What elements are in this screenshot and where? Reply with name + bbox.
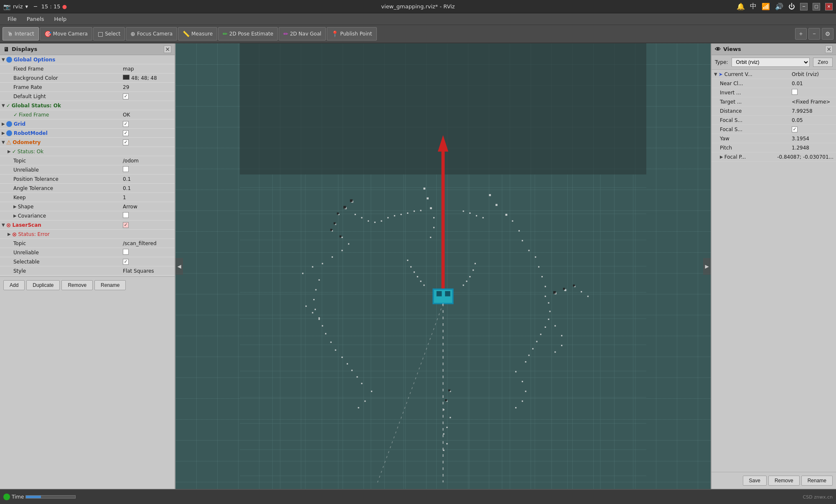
global-status-expand[interactable]: ▼ xyxy=(2,103,5,108)
odometry-expand[interactable]: ▼ xyxy=(2,140,5,144)
laserscan-status-row[interactable]: ▶ ⊗ Status: Error xyxy=(0,230,175,239)
odometry-unreliable-row[interactable]: Unreliable xyxy=(0,165,175,175)
pitch-row[interactable]: Pitch 1.2948 xyxy=(711,143,836,152)
zero-button[interactable]: Zero xyxy=(813,58,833,67)
laserscan-enabled[interactable] xyxy=(123,222,129,228)
svg-rect-113 xyxy=(322,325,323,327)
covariance-checkbox[interactable] xyxy=(123,212,129,218)
nav-goal-button[interactable]: ✏ 2D Nav Goal xyxy=(279,27,326,41)
robot-model-enabled[interactable] xyxy=(123,130,129,136)
odometry-status-expand[interactable]: ▶ xyxy=(8,149,11,154)
robot-model-expand[interactable]: ▶ xyxy=(2,131,5,135)
laserscan-expand[interactable]: ▼ xyxy=(2,223,5,227)
fixed-frame-row[interactable]: Fixed Frame map xyxy=(0,64,175,73)
laserscan-unreliable-checkbox[interactable] xyxy=(123,249,129,255)
shape-row[interactable]: ▶ Shape Arrow xyxy=(0,202,175,211)
pos-tolerance-row[interactable]: Position Tolerance 0.1 xyxy=(0,175,175,184)
menu-panels[interactable]: Panels xyxy=(23,15,48,23)
svg-rect-126 xyxy=(545,327,546,328)
laserscan-style-row[interactable]: Style Flat Squares xyxy=(0,266,175,276)
rename-button[interactable]: Rename xyxy=(94,280,126,290)
invert-checkbox[interactable] xyxy=(792,89,798,95)
zoom-out-button[interactable]: － xyxy=(808,28,820,40)
laserscan-selectable-row[interactable]: Selectable xyxy=(0,257,175,266)
focal-point-row[interactable]: ▶ Focal P... -0.84087; -0.030701... xyxy=(711,152,836,162)
displays-panel-close[interactable]: ✕ xyxy=(164,46,171,53)
views-panel-close[interactable]: ✕ xyxy=(825,46,833,53)
publish-point-button[interactable]: 📍 Publish Point xyxy=(327,27,376,41)
default-light-value xyxy=(123,93,173,99)
near-clip-row[interactable]: Near Cl... 0.01 xyxy=(711,79,836,88)
global-options-expand[interactable]: ▼ xyxy=(2,57,5,62)
focal-size-row[interactable]: Focal S... 0.05 xyxy=(711,116,836,125)
odometry-row[interactable]: ▼ ⚠ Odometry xyxy=(0,138,175,147)
laserscan-selectable-checkbox[interactable] xyxy=(123,259,129,265)
target-frame-value: <Fixed Frame> xyxy=(792,99,833,105)
settings-button[interactable]: ⚙ xyxy=(822,28,833,40)
grid-row[interactable]: ▶ Grid xyxy=(0,119,175,129)
laserscan-unreliable-row[interactable]: Unreliable xyxy=(0,248,175,257)
views-rename-button[interactable]: Rename xyxy=(801,476,833,486)
focal-point-expand[interactable]: ▶ xyxy=(720,154,723,159)
shape-expand[interactable]: ▶ xyxy=(13,204,17,209)
distance-row[interactable]: Distance 7.99258 xyxy=(711,106,836,116)
viewport-scroll-left[interactable]: ◀ xyxy=(175,258,183,275)
views-panel-buttons: Save Remove Rename xyxy=(711,472,836,489)
svg-rect-83 xyxy=(361,217,362,218)
3d-viewport[interactable]: ◀ ▶ xyxy=(175,43,711,489)
add-button[interactable]: Add xyxy=(3,280,25,290)
robot-model-row[interactable]: ▶ RobotModel xyxy=(0,129,175,138)
invert-row[interactable]: Invert ... xyxy=(711,88,836,97)
type-select[interactable]: Orbit (rviz) xyxy=(732,58,810,67)
svg-rect-91 xyxy=(414,210,415,212)
menu-help[interactable]: Help xyxy=(50,15,71,23)
covariance-expand[interactable]: ▶ xyxy=(13,213,17,218)
maximize-button[interactable]: □ xyxy=(813,3,820,10)
move-camera-button[interactable]: 🎯 Move Camera xyxy=(40,27,92,41)
svg-rect-133 xyxy=(343,206,346,208)
laserscan-status-expand[interactable]: ▶ xyxy=(8,232,11,236)
menu-file[interactable]: File xyxy=(3,15,21,23)
odometry-enabled[interactable] xyxy=(123,139,129,145)
covariance-row[interactable]: ▶ Covariance xyxy=(0,211,175,220)
fixed-frame-status-row[interactable]: ✓ Fixed Frame OK xyxy=(0,110,175,119)
svg-rect-128 xyxy=(536,341,537,342)
global-status-row[interactable]: ▼ ✓ Global Status: Ok xyxy=(0,101,175,110)
svg-rect-139 xyxy=(563,288,565,290)
dropdown-arrow[interactable]: ▾ xyxy=(25,3,28,10)
focal-shape-row[interactable]: Focal S... xyxy=(711,125,836,134)
views-save-button[interactable]: Save xyxy=(743,476,767,486)
focus-camera-button[interactable]: ⊕ Focus Camera xyxy=(126,27,177,41)
pose-estimate-button[interactable]: ✏ 2D Pose Estimate xyxy=(218,27,278,41)
close-button[interactable]: ✕ xyxy=(825,3,833,10)
keep-row[interactable]: Keep 1 xyxy=(0,193,175,202)
laserscan-topic-row[interactable]: Topic /scan_filtered xyxy=(0,239,175,248)
select-button[interactable]: □ Select xyxy=(93,27,125,41)
interact-button[interactable]: 🖱 Interact xyxy=(3,27,39,41)
grid-enabled[interactable] xyxy=(123,121,129,127)
odometry-unreliable-checkbox[interactable] xyxy=(123,166,129,172)
focal-shape-checkbox[interactable] xyxy=(792,127,798,132)
measure-button[interactable]: 📏 Measure xyxy=(178,27,217,41)
yaw-row[interactable]: Yaw 3.1954 xyxy=(711,134,836,143)
global-options-row[interactable]: ▼ Global Options xyxy=(0,55,175,64)
odometry-topic-row[interactable]: Topic /odom xyxy=(0,156,175,165)
zoom-in-button[interactable]: ＋ xyxy=(795,28,807,40)
angle-tolerance-row[interactable]: Angle Tolerance 0.1 xyxy=(0,184,175,193)
duplicate-button[interactable]: Duplicate xyxy=(26,280,60,290)
target-frame-row[interactable]: Target ... <Fixed Frame> xyxy=(711,97,836,106)
default-light-checkbox[interactable] xyxy=(123,94,129,99)
viewport-scroll-right[interactable]: ▶ xyxy=(703,258,711,275)
remove-button[interactable]: Remove xyxy=(61,280,93,290)
current-view-expand[interactable]: ▼ xyxy=(714,72,717,76)
laserscan-row[interactable]: ▼ ⊗ LaserScan xyxy=(0,220,175,230)
default-light-row[interactable]: Default Light xyxy=(0,92,175,101)
views-remove-button[interactable]: Remove xyxy=(768,476,800,486)
odometry-status-row[interactable]: ▶ ✓ Status: Ok xyxy=(0,147,175,156)
current-view-row[interactable]: ▼ ➤ Current V... Orbit (rviz) xyxy=(711,70,836,79)
bg-color-row[interactable]: Background Color 48; 48; 48 xyxy=(0,73,175,83)
minimize-button[interactable]: ─ xyxy=(800,3,808,10)
svg-rect-146 xyxy=(437,291,442,296)
frame-rate-row[interactable]: Frame Rate 29 xyxy=(0,83,175,92)
grid-expand[interactable]: ▶ xyxy=(2,122,5,126)
